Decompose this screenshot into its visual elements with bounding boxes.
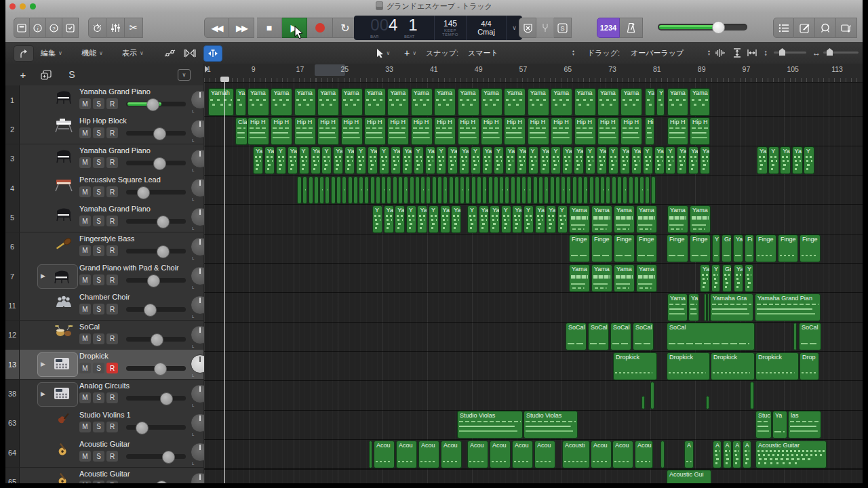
track-header-12[interactable]: 12SoCalMSRLR: [5, 321, 203, 350]
midi-region[interactable]: SoCal: [799, 323, 821, 350]
metronome-button[interactable]: [620, 18, 643, 38]
midi-region[interactable]: Hip H: [528, 117, 549, 145]
midi-region[interactable]: Ya: [734, 264, 743, 292]
midi-region[interactable]: Acou: [612, 441, 633, 468]
midi-region[interactable]: Ya: [264, 146, 275, 174]
midi-region[interactable]: Y: [711, 264, 720, 292]
midi-region[interactable]: [432, 176, 437, 204]
midi-region[interactable]: Acou: [534, 441, 555, 468]
track-header-2[interactable]: 2Hip Hop BlockMSRLR: [5, 115, 203, 144]
midi-region[interactable]: Hip H: [504, 117, 526, 145]
midi-region[interactable]: Studio Violas: [524, 411, 578, 439]
midi-region[interactable]: Yamaha Grand Pian: [755, 293, 821, 321]
midi-region[interactable]: Ya: [459, 146, 469, 174]
midi-region[interactable]: Ya: [448, 146, 458, 174]
midi-region[interactable]: Stuc: [755, 411, 772, 439]
track-header-7[interactable]: 7▶Grand Piano with Pad & ChoirMSRLR: [5, 262, 203, 291]
midi-region[interactable]: Y: [494, 146, 504, 174]
midi-region[interactable]: [511, 176, 515, 204]
midi-region[interactable]: Ya: [425, 146, 435, 174]
midi-region[interactable]: Y: [321, 146, 332, 174]
mute-button[interactable]: M: [79, 481, 91, 483]
track-volume-slider[interactable]: [126, 366, 186, 371]
count-in-button[interactable]: 1234: [597, 18, 620, 38]
record-arm-button[interactable]: R: [106, 363, 118, 373]
record-arm-button[interactable]: R: [106, 333, 118, 344]
midi-region[interactable]: Yama: [614, 264, 635, 292]
solo-button[interactable]: S: [93, 422, 104, 432]
drag-select[interactable]: オーバーラップ▴▾: [631, 47, 712, 59]
midi-region[interactable]: Dropkick: [755, 352, 799, 380]
record-arm-button[interactable]: R: [106, 127, 118, 138]
midi-region[interactable]: [381, 176, 386, 204]
midi-region[interactable]: Yama: [620, 88, 642, 116]
midi-region[interactable]: Yama: [667, 205, 688, 233]
midi-region[interactable]: Dropkick: [613, 352, 657, 380]
midi-region[interactable]: Ya: [482, 146, 492, 174]
track-name[interactable]: Acoustic Guitar: [79, 470, 130, 478]
duplicate-track-button[interactable]: [38, 67, 54, 82]
midi-region[interactable]: Dropkick: [667, 352, 710, 380]
volume-knob[interactable]: [136, 422, 149, 434]
track-volume-slider[interactable]: [126, 190, 186, 195]
midi-region[interactable]: Ya: [546, 205, 556, 233]
midi-region[interactable]: Hip H: [434, 117, 456, 145]
catch-playhead-button[interactable]: [203, 45, 222, 62]
midi-region[interactable]: [499, 176, 504, 204]
track-header-4[interactable]: 4Percussive Square LeadMSRLR: [5, 174, 203, 203]
midi-region[interactable]: [488, 176, 493, 204]
midi-region[interactable]: [410, 176, 414, 204]
midi-region[interactable]: Y: [436, 146, 446, 174]
midi-region[interactable]: Ya: [535, 205, 545, 233]
midi-region[interactable]: Ya: [402, 146, 412, 174]
solo-button[interactable]: S: [93, 186, 104, 197]
midi-region[interactable]: Y: [299, 146, 309, 174]
midi-region[interactable]: Ya: [288, 146, 298, 174]
midi-region[interactable]: Y: [712, 235, 720, 262]
library-button[interactable]: [14, 18, 30, 38]
solo-button[interactable]: S: [93, 216, 104, 226]
track-name[interactable]: Yamaha Grand Piano: [79, 87, 151, 96]
volume-knob[interactable]: [153, 127, 166, 140]
mute-button[interactable]: M: [79, 274, 91, 285]
midi-region[interactable]: Y: [471, 146, 481, 174]
track-volume-slider[interactable]: [126, 249, 186, 253]
volume-knob[interactable]: [146, 98, 159, 111]
midi-region[interactable]: Fi: [745, 235, 754, 262]
midi-region[interactable]: [629, 176, 633, 204]
quick-help-button[interactable]: ?: [46, 18, 62, 38]
solo-button[interactable]: S: [93, 363, 104, 373]
midi-region[interactable]: Yama: [574, 88, 596, 116]
horizontal-zoom-knob[interactable]: [827, 48, 833, 56]
midi-region[interactable]: Studio Violas: [457, 411, 523, 439]
midi-region[interactable]: Finge: [800, 235, 821, 262]
midi-region[interactable]: [612, 176, 616, 204]
solo-button[interactable]: S: [93, 304, 104, 314]
record-arm-button[interactable]: R: [106, 481, 118, 483]
vertical-auto-zoom-button[interactable]: [730, 45, 745, 60]
midi-region[interactable]: A: [732, 441, 741, 468]
master-volume-slider[interactable]: [658, 24, 747, 30]
midi-region[interactable]: Y: [501, 205, 511, 233]
midi-region[interactable]: Ya: [517, 146, 527, 174]
midi-region[interactable]: [314, 176, 319, 204]
record-arm-button[interactable]: R: [106, 245, 118, 256]
midi-region[interactable]: Yama: [690, 205, 711, 233]
track-volume-slider[interactable]: [126, 131, 186, 136]
record-arm-button[interactable]: R: [106, 98, 118, 109]
record-arm-button[interactable]: R: [106, 392, 118, 403]
midi-region[interactable]: Ya: [505, 146, 515, 174]
midi-region[interactable]: Ya: [479, 205, 489, 233]
midi-region[interactable]: [460, 176, 465, 204]
midi-region[interactable]: Yama: [551, 88, 572, 116]
midi-region[interactable]: Yama: [569, 264, 590, 292]
midi-region[interactable]: Yama: [294, 88, 316, 116]
midi-region[interactable]: [533, 176, 538, 204]
mute-button[interactable]: M: [79, 127, 91, 138]
midi-region[interactable]: [297, 176, 302, 204]
solo-button[interactable]: S: [93, 98, 104, 109]
midi-region[interactable]: Ya: [384, 205, 394, 233]
record-arm-button[interactable]: R: [106, 274, 118, 285]
midi-region[interactable]: Ya: [792, 146, 803, 174]
rewind-button[interactable]: ◀◀: [204, 18, 229, 38]
